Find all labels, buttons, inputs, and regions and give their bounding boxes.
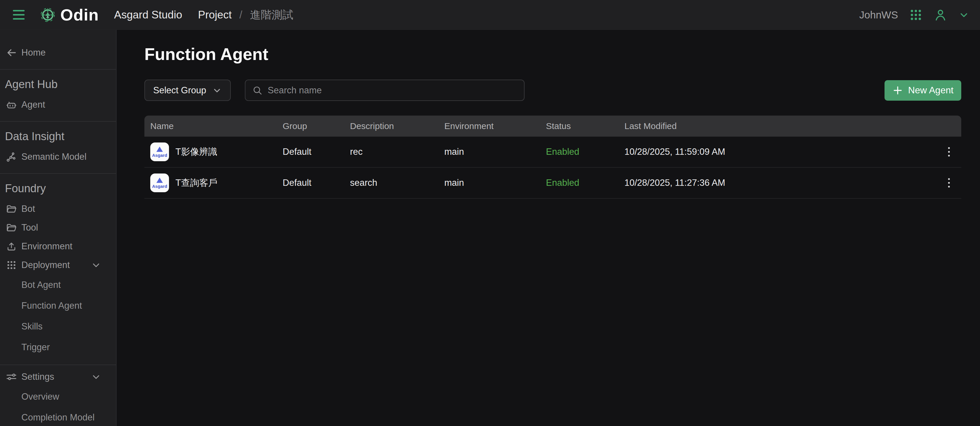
network-nodes-icon [6,151,17,163]
agents-table: Name Group Description Environment Statu… [145,116,961,199]
agent-group: Default [283,147,350,157]
asgard-agent-icon: Asgard [150,143,169,161]
select-group-dropdown[interactable]: Select Group [145,79,231,101]
sidebar-section-agent-hub: Agent Hub [0,76,116,92]
sidebar: Home Agent Hub Agent Data Insight Semant… [0,30,116,426]
folder-icon [6,203,17,215]
sidebar-environment-label: Environment [21,241,72,252]
sidebar-agent-label: Agent [21,100,45,110]
sidebar-item-home[interactable]: Home [0,43,116,62]
odin-logo-icon [39,6,56,24]
search-input[interactable] [268,85,517,96]
sidebar-item-tool[interactable]: Tool [0,218,116,237]
sidebar-divider [0,69,116,70]
folder-icon [6,222,17,233]
account-chevron-down-icon[interactable] [958,10,969,21]
sliders-icon [6,371,17,383]
sidebar-item-agent[interactable]: Agent [0,95,116,114]
column-header-group: Group [283,121,350,131]
chevron-down-icon[interactable] [91,260,101,270]
sidebar-divider [0,364,116,365]
agent-environment: main [444,147,546,157]
status-badge: Enabled [546,177,624,188]
row-actions-kebab-icon[interactable] [942,144,955,160]
breadcrumb-project[interactable]: Project [198,9,232,21]
toolbar: Select Group New Agent [145,79,961,101]
agent-description: rec [350,147,444,157]
column-header-description: Description [350,121,444,131]
plus-icon [892,85,903,96]
asgard-agent-icon: Asgard [150,174,169,192]
sidebar-section-foundry: Foundry [0,180,116,196]
agent-environment: main [444,177,546,188]
sidebar-item-bot-agent[interactable]: Bot Agent [0,274,116,295]
agent-description: search [350,177,444,188]
sidebar-item-trigger[interactable]: Trigger [0,337,116,358]
header-left: Odin Asgard Studio Project / 進階測試 [13,5,293,24]
arrow-left-icon [6,47,17,59]
breadcrumb-current-project[interactable]: 進階測試 [250,8,293,22]
agent-name-cell: Asgard T影像辨識 [150,143,283,161]
sidebar-item-deployment[interactable]: Deployment [0,256,116,274]
column-header-environment: Environment [444,121,546,131]
sidebar-semantic-model-label: Semantic Model [21,152,86,162]
agent-group: Default [283,177,350,188]
sidebar-settings-label: Settings [21,372,54,382]
user-profile-icon[interactable] [934,8,947,22]
search-icon [253,86,262,95]
top-header: Odin Asgard Studio Project / 進階測試 JohnWS [0,0,980,30]
new-agent-label: New Agent [908,85,954,96]
chevron-down-icon [212,86,222,95]
apps-grid-icon[interactable] [909,8,923,22]
sidebar-divider [0,173,116,174]
column-header-status: Status [546,121,624,131]
breadcrumb-separator: / [239,9,242,21]
table-row[interactable]: Asgard T查詢客戶 Default search main Enabled… [145,168,961,199]
main-content: Function Agent Select Group New Agent Na… [117,30,980,426]
sidebar-item-bot[interactable]: Bot [0,200,116,218]
new-agent-button[interactable]: New Agent [885,80,961,101]
status-badge: Enabled [546,147,624,157]
upload-icon [6,241,17,252]
chevron-down-icon[interactable] [91,372,101,382]
sidebar-item-skills[interactable]: Skills [0,316,116,337]
username-label: JohnWS [859,9,898,21]
robot-icon [6,99,17,111]
table-row[interactable]: Asgard T影像辨識 Default rec main Enabled 10… [145,137,961,168]
sidebar-deployment-label: Deployment [21,260,70,270]
header-right: JohnWS [859,8,974,22]
table-header-row: Name Group Description Environment Statu… [145,116,961,137]
sidebar-item-overview[interactable]: Overview [0,386,116,407]
column-header-name: Name [150,121,283,131]
sidebar-divider [0,121,116,122]
sidebar-section-data-insight: Data Insight [0,128,116,144]
sidebar-bot-label: Bot [21,204,35,214]
row-actions-kebab-icon[interactable] [942,175,955,191]
triangle-glyph [156,147,163,152]
search-box[interactable] [245,79,525,101]
sidebar-item-environment[interactable]: Environment [0,237,116,256]
sidebar-home-label: Home [21,48,46,58]
product-name: Odin [60,5,99,24]
breadcrumb: Project / 進階測試 [198,8,293,22]
sidebar-tool-label: Tool [21,222,38,233]
sidebar-item-settings[interactable]: Settings [0,367,116,386]
sidebar-item-semantic-model[interactable]: Semantic Model [0,147,116,166]
agent-name: T查詢客戶 [175,177,217,189]
agent-name: T影像辨識 [175,146,217,158]
page-title: Function Agent [145,44,961,64]
menu-hamburger-icon[interactable] [13,10,25,21]
sidebar-item-completion-model[interactable]: Completion Model [0,407,116,426]
agent-last-modified: 10/28/2025, 11:27:36 AM [624,177,929,188]
sidebar-item-function-agent[interactable]: Function Agent [0,295,116,316]
select-group-label: Select Group [153,85,206,96]
grid-dots-icon [6,259,17,271]
column-header-last-modified: Last Modified [624,121,929,131]
triangle-glyph [156,177,163,183]
agent-name-cell: Asgard T查詢客戶 [150,174,283,192]
app-name: Asgard Studio [114,9,182,21]
agent-last-modified: 10/28/2025, 11:59:09 AM [624,147,929,157]
